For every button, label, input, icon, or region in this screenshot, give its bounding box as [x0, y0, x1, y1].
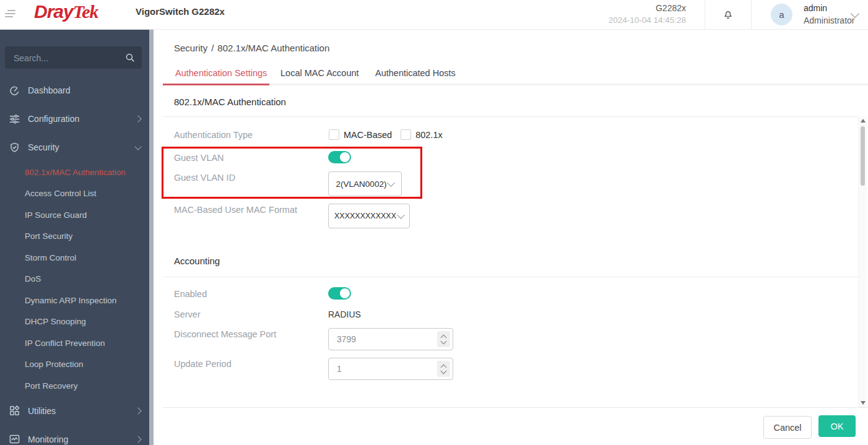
main-content: Security/802.1x/MAC Authentication Authe… [154, 29, 868, 445]
user-avatar[interactable]: a [771, 4, 792, 25]
sidebar-item-utilities[interactable]: Utilities [0, 397, 149, 425]
footer-divider [163, 407, 868, 408]
user-menu[interactable]: admin Administrator [804, 2, 854, 27]
chevron-down-icon [388, 179, 396, 187]
submenu-label: Loop Protection [25, 360, 84, 369]
submenu-label: Port Security [25, 231, 72, 241]
dashboard-gauge-icon [9, 85, 20, 97]
header-divider [751, 0, 752, 29]
divider [163, 116, 858, 117]
guest-vlan-id-label: Guest VLAN ID [174, 173, 235, 183]
chevron-right-icon [134, 407, 141, 414]
spinner-down-icon[interactable] [441, 368, 447, 374]
sidebar-item-label: Dashboard [28, 85, 71, 95]
submenu-item-dos[interactable]: DoS [0, 269, 149, 290]
sidebar-item-label: Monitoring [28, 434, 68, 444]
sidebar-item-monitoring[interactable]: Monitoring [0, 425, 149, 445]
submenu-label: Port Recovery [25, 381, 78, 391]
accounting-enabled-toggle[interactable] [328, 287, 351, 300]
cancel-button[interactable]: Cancel [763, 416, 812, 439]
hamburger-menu-icon[interactable] [5, 8, 20, 20]
auth-type-checkboxes: MAC-Based 802.1x [329, 129, 443, 140]
scrollbar-down-arrow-icon[interactable] [861, 401, 866, 405]
tab-authentication-settings[interactable]: Authentication Settings [175, 68, 267, 78]
section-title-accounting: Accounting [174, 256, 220, 266]
model-name: G2282x [609, 2, 686, 14]
sidebar-search[interactable] [5, 46, 142, 69]
submenu-label: DHCP Snooping [25, 317, 86, 326]
chevron-down-icon [134, 143, 141, 150]
sidebar-item-dashboard[interactable]: Dashboard [0, 76, 149, 105]
scrollbar-thumb[interactable] [861, 126, 865, 186]
active-tab-indicator [163, 84, 269, 85]
submenu-item-loop-protection[interactable]: Loop Protection [0, 354, 149, 376]
submenu-item-dynamic-arp-inspection[interactable]: Dynamic ARP Inspection [0, 290, 149, 311]
submenu-item-access-control-list[interactable]: Access Control List [0, 183, 149, 205]
chevron-right-icon [134, 115, 141, 122]
ok-button[interactable]: OK [818, 415, 856, 437]
submenu-item-ip-conflict-prevention[interactable]: IP Conflict Prevention [0, 332, 149, 354]
update-period-label: Update Period [174, 359, 232, 369]
model-time: G2282x 2024-10-04 14:45:28 [609, 2, 686, 26]
mac-based-checkbox-label[interactable]: MAC-Based [344, 130, 392, 140]
submenu-label: 802.1x/MAC Authentication [25, 168, 126, 177]
guest-vlan-id-value: 2(VLAN0002) [336, 179, 387, 189]
content-scrollbar[interactable] [858, 116, 867, 407]
submenu-label: Access Control List [25, 189, 97, 198]
sidebar: Dashboard Configuration Security [0, 29, 154, 445]
shield-check-icon [9, 142, 20, 153]
8021x-checkbox-label[interactable]: 802.1x [415, 130, 443, 140]
tab-authenticated-hosts[interactable]: Authenticated Hosts [375, 68, 456, 78]
search-icon[interactable] [124, 52, 136, 63]
submenu-label: IP Source Guard [25, 210, 87, 220]
disconnect-port-input[interactable] [336, 329, 431, 350]
draytek-logo: DrayTek [34, 1, 98, 22]
server-value: RADIUS [328, 309, 361, 319]
notification-bell-icon[interactable] [722, 8, 734, 20]
search-input[interactable] [12, 46, 123, 70]
auth-type-label: Authentication Type [174, 130, 253, 140]
device-title: VigorSwitch G2282x [136, 6, 225, 17]
submenu-label: Dynamic ARP Inspection [25, 296, 116, 305]
submenu-label: IP Conflict Prevention [25, 339, 105, 348]
accounting-enabled-label: Enabled [174, 289, 207, 299]
top-header: DrayTek VigorSwitch G2282x G2282x 2024-1… [0, 0, 868, 30]
breadcrumb: Security/802.1x/MAC Authentication [174, 43, 333, 53]
breadcrumb-separator: / [211, 43, 214, 53]
mac-format-value: XXXXXXXXXXXX [334, 212, 396, 220]
monitor-chart-icon [9, 433, 20, 445]
submenu-label: Storm Control [25, 253, 76, 262]
submenu-item-ip-source-guard[interactable]: IP Source Guard [0, 204, 149, 226]
mac-format-select[interactable]: XXXXXXXXXXXX [328, 204, 410, 228]
scrollbar-up-arrow-icon[interactable] [861, 119, 866, 123]
spinner-down-icon[interactable] [441, 339, 447, 345]
grid-utilities-icon [9, 405, 20, 417]
submenu-item-dhcp-snooping[interactable]: DHCP Snooping [0, 311, 149, 333]
chevron-down-icon [397, 211, 405, 219]
8021x-checkbox[interactable] [401, 129, 411, 140]
sidebar-scrollbar[interactable] [149, 29, 154, 445]
number-spinner[interactable] [437, 361, 450, 377]
sidebar-item-security[interactable]: Security [0, 133, 149, 162]
breadcrumb-parent: Security [174, 43, 207, 53]
guest-vlan-id-select[interactable]: 2(VLAN0002) [328, 171, 402, 196]
sidebar-nav: Dashboard Configuration Security [0, 76, 149, 445]
submenu-item-storm-control[interactable]: Storm Control [0, 247, 149, 269]
sidebar-item-configuration[interactable]: Configuration [0, 105, 149, 133]
submenu-item-8021x-mac-authentication[interactable]: 802.1x/MAC Authentication [0, 162, 149, 183]
mac-based-checkbox[interactable] [329, 129, 339, 140]
submenu-item-port-recovery[interactable]: Port Recovery [0, 375, 149, 397]
sidebar-item-label: Configuration [28, 114, 79, 124]
update-period-input-wrap [328, 358, 453, 380]
number-spinner[interactable] [437, 331, 450, 347]
toggle-knob [340, 288, 350, 298]
submenu-item-port-security[interactable]: Port Security [0, 226, 149, 248]
guest-vlan-label: Guest VLAN [174, 153, 224, 163]
logo-dray: Dray [34, 1, 73, 22]
toggle-knob [340, 152, 350, 162]
guest-vlan-toggle[interactable] [328, 151, 351, 163]
update-period-input[interactable] [336, 358, 431, 379]
divider [163, 277, 858, 277]
sidebar-item-label: Utilities [28, 406, 56, 416]
tab-local-mac-account[interactable]: Local MAC Account [280, 68, 359, 78]
